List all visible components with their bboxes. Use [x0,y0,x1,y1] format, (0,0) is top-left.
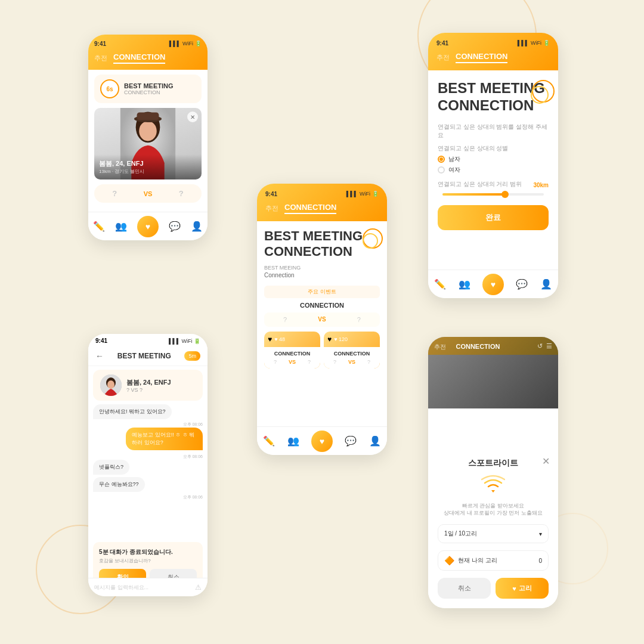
p1-profile-image: 봄봄, 24, ENFJ 13km · 경기도 블민시 ✕ [94,108,202,179]
p1-profile-location: 13km · 경기도 블민시 [99,168,197,175]
p3-tab-connection[interactable]: CONNECTION [284,203,336,214]
p3-nav-chat-icon[interactable]: 💬 [345,435,357,447]
p3-card1[interactable]: ♥ ♥ 48 CONNECTION ? VS ? [264,332,320,369]
p5-confirm-icon: ♥ [512,585,516,592]
p2-radio-male[interactable]: 남자 [438,155,549,163]
p3-vs-center: VS [318,316,326,323]
p3-c1-vs-c: VS [289,359,296,365]
p3-c2-vs-l: ? [333,359,336,365]
p2-tab-connection[interactable]: CONNECTION [456,52,507,63]
phone-1-main-feed: 9:41 ▌▌▌WiFi🔋 추전 CONNECTION 6s BEST MEET… [88,35,208,240]
p5-refresh-icon[interactable]: ↺ [537,342,543,350]
p2-big-title: BEST MEETING CONNECTION [438,80,549,114]
p5-tab-connection: CONNECTION [456,343,500,350]
p5-confirm-btn[interactable]: ♥ 고리 [496,578,549,599]
p1-close-btn[interactable]: ✕ [187,112,198,122]
p5-desc-line2: 상대에게 내 프로필이 가장 먼저 노출돼요 [438,509,549,517]
p3-card2-icon: ♥ [327,335,332,343]
p2-tab-recommend[interactable]: 추전 [436,53,450,62]
p2-nav-profile-icon[interactable]: 👤 [540,278,552,290]
p2-bottom-nav: ✏️ 👥 ♥ 💬 👤 [428,270,558,298]
svg-point-2 [139,121,157,141]
p2-distance-slider[interactable] [442,193,544,196]
p4-send-icon[interactable]: ⚠ [195,583,202,592]
p4-chat-body: 안녕하세요! 뭐하고 있어요? 오후 08:06 예능보고 있어요!! ㅎ ㅎ … [88,404,208,537]
p2-nav-active-icon[interactable]: ♥ [482,274,504,295]
p5-dropdown[interactable]: 1일 / 10고리 ▾ [438,524,549,543]
p5-modal-title: 스포트라이트 [438,458,549,469]
p3-section-header: 주요 이벤트 [264,286,380,298]
p5-coin-icon: 🔶 [444,556,454,565]
p4-back-btn[interactable]: ← [95,351,104,361]
p2-nav-chat-icon[interactable]: 💬 [516,278,528,290]
p1-card-sub: CONNECTION [124,89,174,95]
p5-overlay-header: 추전 CONNECTION ↺ ☰ [428,337,558,355]
p3-c2-vs-r: ? [367,359,370,365]
p4-end-sub: 호감을 보내시겠습니까? [99,558,197,564]
p1-tab-recommend[interactable]: 추전 [94,54,107,63]
p4-chat-list-item[interactable]: 봄봄, 24, ENFJ ? VS ? [93,370,203,401]
p2-nav-group-icon[interactable]: 👥 [459,278,470,290]
p5-wifi-icon [438,473,549,497]
p3-c1-vs-r: ? [308,359,311,365]
phone-4-chat: 9:41 ▌▌▌ WiFi 🔋 ← BEST MEETING 5m 봄봄, 24… [88,334,208,596]
p3-card2-vs: ? VS ? [327,359,376,365]
p2-radio-female[interactable]: 여자 [438,166,549,174]
svg-rect-4 [137,112,159,120]
p4-avatar-svg [100,374,122,396]
p3-card2[interactable]: ♥ ♥ 120 CONNECTION ? VS ? [324,332,380,369]
p3-nav-group-icon[interactable]: 👥 [287,435,299,447]
p1-nav-edit-icon[interactable]: ✏️ [93,221,105,232]
phone-3-connection-list: 9:41 ▌▌▌WiFi🔋 추전 CONNECTION BEST MEETING… [257,184,387,455]
p3-tab-recommend[interactable]: 추전 [265,204,278,213]
p3-time: 9:41 [265,191,277,197]
p4-input-placeholder[interactable]: 메시지를 입력하세요... [94,584,148,592]
p3-big-title: BEST MEETING CONNECTION [264,228,380,260]
p4-bubble-s1: 예능보고 있어요!! ㅎ ㅎ 뭐하러 있어요? [126,428,203,450]
p2-radio-male-label: 남자 [448,155,460,163]
p3-card1-count: ♥ 48 [274,336,285,342]
p2-section2-label: 연결되고 싶은 상대의 성별 [438,144,549,153]
p5-header-icons: ↺ ☰ [537,342,552,350]
p2-distance: 30km [533,182,549,188]
p1-nav-profile-icon[interactable]: 👤 [191,221,203,232]
p2-deco-circles [525,80,555,110]
p5-dropdown-value: 1일 / 10고리 [444,530,477,538]
p3-vs-left: ? [283,316,287,323]
p2-radio-female-label: 여자 [448,166,460,174]
p5-modal-close-btn[interactable]: ✕ [542,456,550,467]
p1-profile-name: 봄봄, 24, ENFJ [99,159,197,168]
p3-nav-active-icon[interactable]: ♥ [311,431,333,452]
p1-profile-overlay: 봄봄, 24, ENFJ 13km · 경기도 블민시 [94,154,202,179]
p1-vs-center: VS [144,190,153,197]
p4-bubble-r1: 안녕하세요! 뭐하고 있어요? [93,404,172,419]
p4-msg-received3: 무슨 예능봐요?? [93,477,203,492]
p3-nav-profile-icon[interactable]: 👤 [369,435,381,447]
p1-nav-group-icon[interactable]: 👥 [115,221,127,232]
p4-chat-header: ← BEST MEETING 5m [88,346,208,366]
p2-nav-edit-icon[interactable]: ✏️ [434,278,446,290]
p4-end-title: 5분 대화가 종료되었습니다. [99,548,197,556]
p3-nav-edit-icon[interactable]: ✏️ [263,435,275,447]
p5-dropdown-arrow-icon: ▾ [539,531,542,537]
p5-video-bg: 추전 CONNECTION ↺ ☰ [428,337,558,408]
p4-msg-received1: 안녕하세요! 뭐하고 있어요? [93,404,203,419]
p1-time: 9:41 [94,41,106,47]
p1-nav-active-icon[interactable]: ♥ [137,216,159,237]
p5-cancel-btn[interactable]: 취소 [438,578,491,599]
p4-chat-title: BEST MEETING [109,352,179,360]
p2-title-line2: CONNECTION [438,97,534,113]
p1-nav-chat-icon[interactable]: 💬 [169,221,181,232]
p4-msg-received2: 넷플릭스? [93,460,203,475]
p4-chat-name: 봄봄, 24, ENFJ [126,378,171,387]
p3-card2-count: ♥ 120 [334,336,348,342]
p5-menu-icon[interactable]: ☰ [546,342,552,350]
p2-confirm-btn[interactable]: 완료 [438,205,549,230]
p4-chat-sub: ? VS ? [126,387,171,393]
p2-status-icons: ▌▌▌WiFi🔋 [518,40,550,46]
p3-section-title: CONNECTION [264,302,380,309]
p5-modal-action-btns: 취소 ♥ 고리 [438,578,549,599]
p3-connection-cards: ♥ ♥ 48 CONNECTION ? VS ? ♥ ♥ 120 [264,332,380,369]
p3-vs-right: ? [357,316,361,323]
p1-tab-connection[interactable]: CONNECTION [113,52,165,64]
